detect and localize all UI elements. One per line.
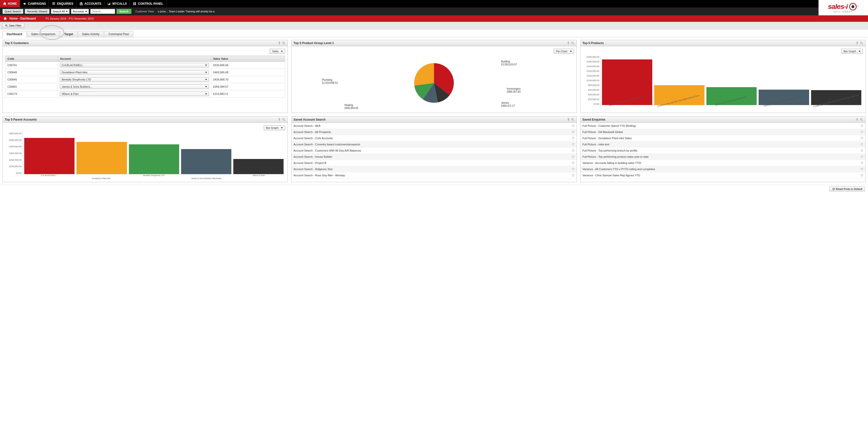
tab-dashboard[interactable]: Dashboard <box>2 31 27 37</box>
refresh-icon[interactable] <box>571 143 575 146</box>
pie-slice[interactable] <box>414 63 434 85</box>
magnify-icon[interactable] <box>571 41 575 45</box>
list-item[interactable]: Account Search - Ridgeons Test <box>291 166 576 172</box>
refresh-icon[interactable] <box>571 137 575 140</box>
list-item[interactable]: Account Search - House Builder <box>291 154 576 160</box>
list-item[interactable]: Account Search - Coventry based customer… <box>291 141 576 148</box>
pod-title: Saved Enquiries <box>583 118 606 121</box>
y-tick: £600,000.00 <box>9 132 22 135</box>
account-dropdown[interactable]: Wilson & Pain <box>60 92 209 96</box>
nav-campaigns[interactable]: CAMPAIGNS <box>20 0 49 7</box>
list-item[interactable]: Full Picture - Donaldson Plant Hire Sale… <box>581 135 865 141</box>
bar[interactable] <box>76 142 127 174</box>
recently-viewed-button[interactable]: Recently Viewed <box>25 9 50 14</box>
refresh-icon[interactable] <box>860 137 863 140</box>
search-button[interactable]: Search <box>117 9 132 14</box>
bar[interactable] <box>811 90 861 105</box>
tab-sales-activity[interactable]: Sales Activity <box>78 31 104 37</box>
nav-mycalls[interactable]: MYCALLS <box>104 0 130 7</box>
nav-label: ENQUIRIES <box>57 2 73 5</box>
list-item[interactable]: Full Picture - DA Blackwell Global <box>581 129 865 135</box>
refresh-icon[interactable] <box>860 168 863 171</box>
list-item[interactable]: Variance - Chris Samuel Sales Rep figure… <box>581 172 865 178</box>
list-item[interactable]: Account Search - All Prospects <box>291 129 576 135</box>
grid-icon <box>133 2 136 5</box>
magnify-icon[interactable] <box>860 118 863 121</box>
pin-icon[interactable] <box>856 41 859 45</box>
magnify-icon[interactable] <box>282 41 285 45</box>
customer-view-label: Customer View <box>135 10 154 13</box>
refresh-icon[interactable] <box>860 174 863 177</box>
tab-sales-comparison[interactable]: Sales Comparison <box>27 31 60 37</box>
reset-pods-button[interactable]: Reset Pods to Default <box>829 186 865 192</box>
pin-icon[interactable] <box>567 118 570 121</box>
bar[interactable] <box>758 90 809 105</box>
refresh-icon[interactable] <box>571 124 575 127</box>
account-dropdown[interactable]: James & Sons Builders... <box>60 84 209 89</box>
refresh-icon[interactable] <box>571 174 575 177</box>
list-item[interactable]: Full Picture - Customer Spend YTD (Rolli… <box>581 123 865 129</box>
y-tick: £100,000.00 <box>587 79 599 82</box>
magnify-icon[interactable] <box>860 41 863 45</box>
list-item[interactable]: Full Picture - Top performing branch by … <box>581 148 865 154</box>
pin-icon[interactable] <box>278 41 281 45</box>
chevron-down-icon <box>205 72 207 73</box>
bar[interactable] <box>602 59 652 105</box>
tab-target[interactable]: Target <box>60 31 78 37</box>
magnify-icon[interactable] <box>282 118 285 121</box>
refresh-icon[interactable] <box>571 155 575 158</box>
view-select[interactable]: Bar Graph <box>264 125 285 130</box>
list-item[interactable]: Account Search - Russ Day filter - Monda… <box>291 172 576 178</box>
pin-icon[interactable] <box>856 118 859 121</box>
y-tick: £120,000.00 <box>587 75 599 77</box>
list-item[interactable]: Account Search - Project B <box>291 160 576 166</box>
customers-table: Code Account Sales Value C00741 D A BLAC… <box>5 56 285 97</box>
nav-enquiries[interactable]: ENQUIRIES <box>49 0 76 7</box>
nav-home[interactable]: HOME <box>0 0 20 7</box>
refresh-icon[interactable] <box>860 149 863 152</box>
date-filter-button[interactable]: Date Filter <box>2 23 24 28</box>
magnify-icon[interactable] <box>571 118 575 121</box>
breadcrumb-bar: Home - Dashboard P1 January 2018 - P11 N… <box>0 16 868 22</box>
refresh-icon[interactable] <box>860 162 863 165</box>
nav-accounts[interactable]: ACCOUNTS <box>76 0 104 7</box>
refresh-icon[interactable] <box>571 149 575 152</box>
bar[interactable] <box>233 159 284 174</box>
quick-search-button[interactable]: Quick Search <box>2 9 23 14</box>
bar[interactable] <box>181 149 231 174</box>
list-item[interactable]: Account Search - Customers With 90 Day A… <box>291 148 576 154</box>
accounts-select[interactable]: Accounts <box>71 9 89 14</box>
refresh-icon[interactable] <box>571 168 575 171</box>
refresh-icon[interactable] <box>571 162 575 165</box>
view-select[interactable]: Pie Chart <box>554 49 574 54</box>
account-dropdown[interactable]: Bentalls Shopfronts LTD <box>60 77 209 82</box>
pod-header: Saved Enquiries <box>581 117 865 123</box>
list-item[interactable]: Account Search - Cork Accounts <box>291 135 576 141</box>
refresh-icon[interactable] <box>860 155 863 158</box>
col-sales-value: Sales Value <box>211 56 285 62</box>
account-dropdown[interactable]: Donaldson Plant Hire <box>60 70 209 75</box>
nav-control-panel[interactable]: CONTROL PANEL <box>130 0 166 7</box>
y-tick: £180,000.00 <box>587 60 599 63</box>
chevron-down-icon <box>570 51 572 52</box>
pin-icon[interactable] <box>567 41 570 45</box>
search-input[interactable] <box>90 9 115 14</box>
refresh-icon[interactable] <box>860 130 863 134</box>
list-item[interactable]: Full Picture - mike test <box>581 141 865 148</box>
bar[interactable] <box>129 144 179 174</box>
view-select[interactable]: Table <box>270 49 285 54</box>
refresh-icon[interactable] <box>571 130 575 134</box>
bar[interactable] <box>24 138 74 174</box>
view-select[interactable]: Bar Graph <box>841 49 863 54</box>
refresh-icon[interactable] <box>860 143 863 146</box>
list-item[interactable]: Account Search - AKA <box>291 123 576 129</box>
tab-command-post[interactable]: Command Post <box>104 31 133 37</box>
list-item[interactable]: Full Picture - Top performing product sa… <box>581 154 865 160</box>
account-dropdown[interactable]: D A BLACKWELL <box>60 63 209 67</box>
refresh-icon[interactable] <box>860 124 863 127</box>
search-all-select[interactable]: Search All <box>51 9 70 14</box>
list-item[interactable]: Variance - All Customers YTD v PYTD roll… <box>581 166 865 172</box>
list-item[interactable]: Variance - Accounts falling in building … <box>581 160 865 166</box>
pod-title: Saved Account Search <box>293 118 326 121</box>
pin-icon[interactable] <box>278 118 281 121</box>
